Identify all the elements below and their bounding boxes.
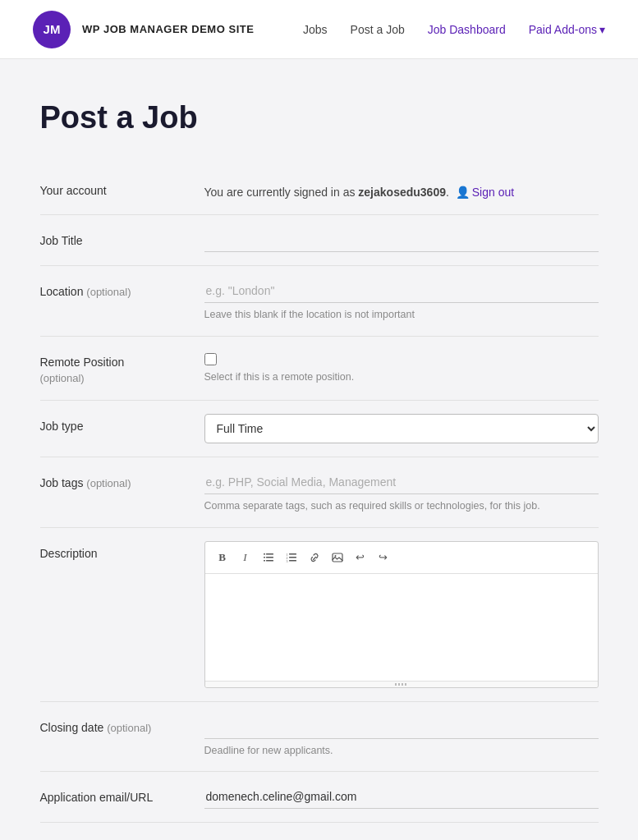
svg-text:3: 3 (286, 558, 287, 562)
editor-link-button[interactable] (304, 547, 325, 568)
location-input[interactable] (204, 279, 599, 303)
username: zejakosedu3609 (358, 186, 446, 199)
label-job-title: Job Title (40, 228, 188, 250)
nav-post-job[interactable]: Post a Job (351, 23, 405, 36)
main-nav: Jobs Post a Job Job Dashboard Paid Add-o… (303, 23, 605, 36)
closing-date-hint: Deadline for new applicants. (204, 744, 599, 759)
sign-out-link[interactable]: 👤 Sign out (456, 183, 514, 201)
svg-rect-6 (289, 553, 296, 555)
location-hint: Leave this blank if the location is not … (204, 308, 599, 323)
label-description: Description (40, 541, 188, 562)
form-row-job-title: Job Title (40, 215, 599, 266)
label-remote: Remote Position (optional) (40, 350, 188, 387)
label-location: Location (optional) (40, 279, 188, 301)
editor-ol-button[interactable]: 123 (281, 547, 302, 568)
editor-italic-button[interactable]: I (235, 547, 256, 568)
svg-rect-4 (264, 557, 265, 558)
remote-hint: Select if this is a remote position. (204, 370, 599, 385)
svg-rect-1 (266, 557, 273, 558)
field-account: You are currently signed in as zejakosed… (204, 178, 599, 201)
application-email-input[interactable] (204, 785, 599, 809)
editor-redo-button[interactable]: ↪ (373, 547, 394, 568)
nav-paid-addons[interactable]: Paid Add-ons ▾ (529, 23, 605, 36)
editor-ul-button[interactable] (258, 547, 279, 568)
form-row-job-tags: Job tags (optional) Comma separate tags,… (40, 457, 599, 528)
form-row-location: Location (optional) Leave this blank if … (40, 266, 599, 337)
svg-rect-8 (289, 560, 296, 562)
svg-rect-2 (266, 560, 273, 562)
person-icon: 👤 (456, 183, 470, 201)
nav-jobs[interactable]: Jobs (303, 23, 328, 36)
form-row-application-email: Application email/URL (40, 772, 599, 823)
form-row-account: Your account You are currently signed in… (40, 165, 599, 215)
label-job-tags: Job tags (optional) (40, 470, 188, 492)
editor-resize-handle[interactable] (205, 681, 598, 687)
svg-rect-3 (264, 553, 265, 555)
job-tags-input[interactable] (204, 470, 599, 494)
form-row-description: Description B I 123 (40, 528, 599, 702)
field-remote: Select if this is a remote position. (204, 350, 599, 385)
form-row-job-type: Job type Full Time Part Time Freelance I… (40, 401, 599, 457)
svg-rect-0 (266, 553, 273, 555)
page-title: Post a Job (40, 100, 599, 135)
field-closing-date: Deadline for new applicants. (204, 715, 599, 759)
svg-point-13 (334, 555, 336, 557)
chevron-down-icon: ▾ (599, 23, 605, 36)
nav-job-dashboard[interactable]: Job Dashboard (428, 23, 506, 36)
label-application-email: Application email/URL (40, 785, 188, 806)
label-your-account: Your account (40, 178, 188, 200)
editor-image-button[interactable] (327, 547, 348, 568)
editor-undo-button[interactable]: ↩ (350, 547, 371, 568)
description-content[interactable] (205, 574, 598, 681)
editor-bold-button[interactable]: B (212, 547, 233, 568)
job-title-input[interactable] (204, 228, 599, 252)
label-job-type: Job type (40, 414, 188, 435)
svg-rect-5 (264, 560, 265, 562)
job-type-select[interactable]: Full Time Part Time Freelance Internship… (204, 414, 599, 443)
site-logo: JM (33, 11, 71, 48)
svg-rect-7 (289, 557, 296, 558)
label-closing-date: Closing date (optional) (40, 715, 188, 737)
form-row-remote: Remote Position (optional) Select if thi… (40, 337, 599, 401)
field-application-email (204, 785, 599, 809)
field-description: B I 123 ↩ ↪ (204, 541, 599, 688)
editor-toolbar: B I 123 ↩ ↪ (205, 542, 598, 574)
description-editor: B I 123 ↩ ↪ (204, 541, 599, 688)
closing-date-input[interactable] (204, 715, 599, 739)
field-job-tags: Comma separate tags, such as required sk… (204, 470, 599, 514)
job-tags-hint: Comma separate tags, such as required sk… (204, 499, 599, 514)
site-branding: JM WP JOB MANAGER DEMO SITE (33, 11, 254, 48)
form-row-closing-date: Closing date (optional) Deadline for new… (40, 702, 599, 773)
field-location: Leave this blank if the location is not … (204, 279, 599, 323)
field-job-title (204, 228, 599, 252)
field-job-type: Full Time Part Time Freelance Internship… (204, 414, 599, 443)
site-name: WP JOB MANAGER DEMO SITE (82, 23, 254, 35)
remote-checkbox[interactable] (204, 353, 217, 365)
